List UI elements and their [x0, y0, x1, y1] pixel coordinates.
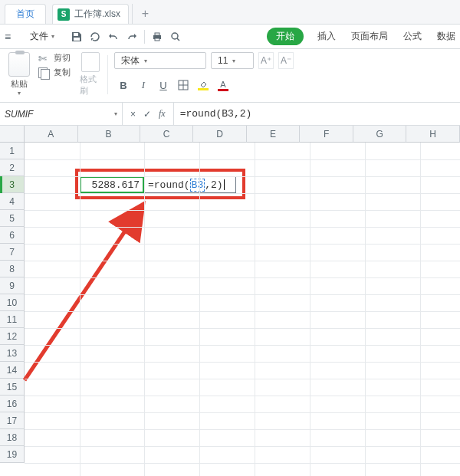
row-header-10[interactable]: 10: [0, 294, 25, 311]
svg-rect-0: [74, 33, 78, 36]
font-size-value: 11: [218, 55, 228, 66]
border-button[interactable]: [174, 77, 192, 94]
svg-rect-3: [155, 33, 159, 35]
scissors-icon: [38, 53, 51, 64]
fx-icon[interactable]: fx: [159, 108, 166, 120]
row-header-4[interactable]: 4: [0, 193, 25, 210]
cell-c3-editing[interactable]: =round(B3,2): [144, 176, 236, 193]
separator: [144, 30, 145, 44]
refresh-icon[interactable]: [89, 31, 101, 43]
column-header-b[interactable]: B: [78, 126, 140, 143]
select-all-corner[interactable]: [0, 126, 25, 143]
fill-color-button[interactable]: [194, 77, 212, 94]
name-box[interactable]: SUMIF ▾: [0, 103, 123, 125]
copy-label: 复制: [54, 67, 71, 78]
font-size-combo[interactable]: 11 ▾: [211, 52, 254, 69]
column-header-f[interactable]: F: [300, 126, 353, 143]
fill-color-swatch: [198, 88, 209, 90]
file-menu-label: 文件: [30, 30, 48, 43]
ribbon-tab-formula[interactable]: 公式: [403, 30, 422, 43]
grow-font-button[interactable]: A⁺: [258, 52, 274, 69]
row-header-12[interactable]: 12: [0, 328, 25, 345]
row-header-13[interactable]: 13: [0, 345, 25, 362]
row-header-2[interactable]: 2: [0, 159, 25, 176]
annotation-arrow: [2, 189, 170, 388]
row-header-3[interactable]: 3: [0, 176, 25, 193]
save-icon[interactable]: [71, 31, 83, 43]
paste-label: 粘贴: [11, 78, 28, 90]
text-caret: [224, 179, 225, 190]
cell-b3[interactable]: 5288.617: [80, 176, 144, 193]
tab-workbook[interactable]: S 工作簿.xlsx: [52, 4, 129, 24]
row-header-15[interactable]: 15: [0, 379, 25, 396]
formula-bar-value: =round(B3,2): [180, 108, 252, 120]
paste-button[interactable]: 粘贴 ▾: [5, 52, 34, 102]
cancel-formula-button[interactable]: ×: [130, 109, 136, 120]
tab-home-label: 首页: [16, 8, 34, 21]
paintbrush-icon: [81, 52, 100, 72]
column-header-g[interactable]: G: [353, 126, 407, 143]
column-header-e[interactable]: E: [247, 126, 301, 143]
cell-b3-value: 5288.617: [92, 179, 140, 191]
row-header-19[interactable]: 19: [0, 446, 25, 463]
chevron-down-icon: ▾: [18, 90, 21, 97]
ribbon-tab-start-label: 开始: [276, 31, 294, 41]
spreadsheet-icon: S: [58, 8, 70, 21]
row-header-6[interactable]: 6: [0, 227, 25, 244]
row-header-11[interactable]: 11: [0, 311, 25, 328]
cell-c3-prefix: =round(: [148, 179, 190, 191]
column-header-c[interactable]: C: [140, 126, 194, 143]
clipboard-icon: [8, 52, 30, 77]
font-name-value: 宋体: [121, 54, 140, 67]
new-tab-button[interactable]: +: [132, 4, 158, 24]
tab-workbook-label: 工作簿.xlsx: [74, 8, 120, 21]
svg-point-5: [172, 33, 178, 39]
chevron-down-icon: ▾: [114, 110, 117, 117]
svg-line-6: [177, 38, 179, 41]
column-header-h[interactable]: H: [406, 126, 460, 143]
chevron-down-icon: ▾: [232, 57, 235, 64]
row-header-14[interactable]: 14: [0, 362, 25, 379]
ribbon-tab-data[interactable]: 数据: [437, 30, 455, 43]
formula-bar-input[interactable]: =round(B3,2): [174, 103, 460, 125]
print-icon[interactable]: [151, 31, 163, 43]
font-color-button[interactable]: A: [214, 77, 232, 94]
cut-button[interactable]: 剪切: [38, 52, 71, 64]
svg-rect-4: [155, 38, 159, 41]
format-painter-label: 格式刷: [80, 74, 101, 97]
format-painter-button[interactable]: 格式刷: [75, 52, 106, 102]
column-header-d[interactable]: D: [193, 126, 247, 143]
row-header-1[interactable]: 1: [0, 143, 25, 159]
underline-button[interactable]: U: [154, 77, 172, 94]
cell-c3-suffix: ,2): [205, 179, 222, 191]
spreadsheet-grid[interactable]: ABCDEFGH 12345678910111213141516171819 5…: [0, 126, 460, 476]
svg-rect-1: [74, 38, 80, 41]
font-name-combo[interactable]: 宋体 ▾: [114, 52, 206, 69]
row-header-7[interactable]: 7: [0, 244, 25, 261]
print-preview-icon[interactable]: [169, 31, 182, 43]
redo-icon[interactable]: [126, 31, 138, 43]
tab-home[interactable]: 首页: [5, 4, 46, 24]
ribbon-tab-layout[interactable]: 页面布局: [351, 30, 388, 43]
ribbon-tab-insert[interactable]: 插入: [317, 30, 336, 43]
accept-formula-button[interactable]: ✓: [143, 109, 151, 120]
file-menu[interactable]: 文件 ▾: [21, 28, 63, 45]
ribbon-tab-start[interactable]: 开始: [267, 28, 304, 45]
copy-button[interactable]: 复制: [38, 67, 71, 78]
bold-button[interactable]: B: [114, 77, 133, 94]
row-header-5[interactable]: 5: [0, 210, 25, 227]
row-header-17[interactable]: 17: [0, 412, 25, 429]
column-header-a[interactable]: A: [25, 126, 78, 143]
italic-button[interactable]: I: [134, 77, 153, 94]
chevron-down-icon: ▾: [144, 57, 147, 64]
shrink-font-button[interactable]: A⁻: [278, 52, 294, 69]
row-header-8[interactable]: 8: [0, 261, 25, 277]
copy-icon: [38, 67, 51, 78]
undo-icon[interactable]: [107, 31, 120, 43]
row-header-9[interactable]: 9: [0, 277, 25, 294]
cell-c3-ref: B3: [190, 179, 205, 192]
hamburger-icon[interactable]: ≡: [5, 31, 18, 43]
row-header-16[interactable]: 16: [0, 396, 25, 412]
chevron-down-icon: ▾: [51, 33, 54, 40]
row-header-18[interactable]: 18: [0, 429, 25, 446]
